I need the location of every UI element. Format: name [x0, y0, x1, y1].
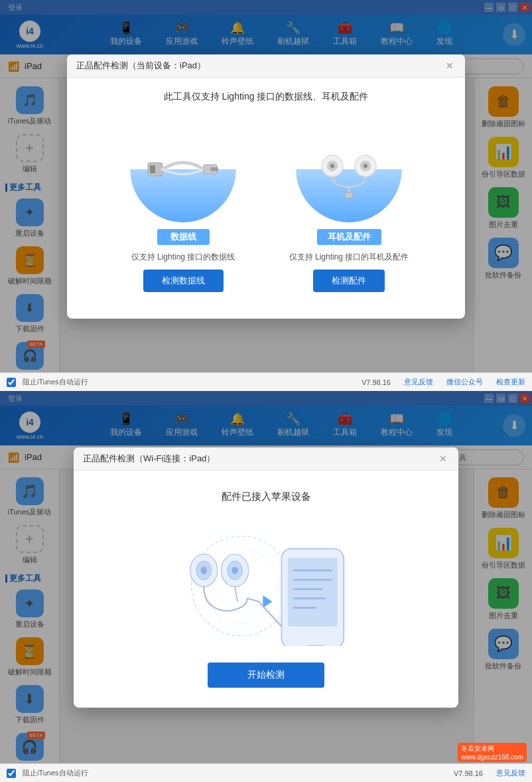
- cable-svg: [147, 143, 220, 196]
- svg-marker-21: [263, 595, 272, 607]
- watermark-url: www.dgxcdz168.com: [461, 753, 523, 761]
- earphone-label: 耳机及配件: [317, 229, 381, 245]
- svg-point-19: [232, 566, 237, 574]
- modal-header-2: 正品配件检测（Wi-Fi连接：iPad） ✕: [74, 447, 458, 471]
- cable-image: [143, 136, 223, 202]
- modal-2: 正品配件检测（Wi-Fi连接：iPad） ✕ 配件已接入苹果设备: [74, 447, 458, 708]
- itunes-block-label: 阻止iTunes自动运行: [23, 377, 88, 387]
- modal2-body: 配件已接入苹果设备: [74, 471, 458, 708]
- earphone-desc: 仅支持 Lighting 接口的耳机及配件: [289, 252, 409, 263]
- cable-circle: [130, 116, 236, 222]
- svg-rect-23: [288, 558, 338, 626]
- modal-card-cable: 数据线 仅支持 Lighting 接口的数据线 检测数据线: [107, 116, 259, 292]
- modal2-illustration: [166, 523, 366, 643]
- modal2-subtitle: 配件已接入苹果设备: [222, 491, 311, 503]
- app-window-1: 登录 — ▭ □ ✕ i4 www.i4.cn 📱 我的设备 🎮 应用游戏: [0, 0, 532, 391]
- feedback-link-2[interactable]: 意见反馈: [496, 768, 525, 778]
- modal-title-1: 正品配件检测（当前设备：iPad）: [76, 60, 206, 72]
- earphone-circle: [296, 116, 402, 222]
- itunes-block-label-2: 阻止iTunes自动运行: [23, 768, 88, 778]
- feedback-link[interactable]: 意见反馈: [404, 377, 433, 387]
- app-window-2: 登录 — ▭ □ ✕ i4 www.i4.cn 📱 我的设备 🎮 应用游戏: [0, 391, 532, 782]
- cable-desc: 仅支持 Lighting 接口的数据线: [131, 252, 235, 263]
- modal-close-1[interactable]: ✕: [444, 60, 456, 72]
- svg-rect-1: [150, 165, 155, 173]
- itunes-block-checkbox[interactable]: [7, 378, 16, 387]
- svg-point-16: [201, 566, 207, 574]
- detect-accessory-button[interactable]: 检测配件: [313, 270, 385, 292]
- version-text-2: V7.98.16: [454, 769, 483, 777]
- start-detect-button[interactable]: 开始检测: [208, 663, 324, 688]
- earphone-image: [309, 136, 389, 202]
- modal-overlay-2: 正品配件检测（Wi-Fi连接：iPad） ✕ 配件已接入苹果设备: [0, 391, 532, 763]
- watermark-name: 冬瓜安卓网: [461, 744, 523, 753]
- status-bar-1: 阻止iTunes自动运行 V7.98.16 意见反馈 微信公众号 检查更新: [0, 372, 532, 391]
- modal-overlay-1: 正品配件检测（当前设备：iPad） ✕ 此工具仅支持 Lighting 接口的数…: [0, 0, 532, 372]
- svg-point-6: [330, 164, 334, 168]
- watermark: 冬瓜安卓网 www.dgxcdz168.com: [458, 743, 527, 762]
- modal-title-2: 正品配件检测（Wi-Fi连接：iPad）: [83, 453, 215, 465]
- update-link[interactable]: 检查更新: [496, 377, 525, 387]
- itunes-block-checkbox-2[interactable]: [7, 769, 16, 778]
- wechat-link[interactable]: 微信公众号: [446, 377, 483, 387]
- detect-cable-button[interactable]: 检测数据线: [143, 270, 224, 292]
- status-bar-2: 阻止iTunes自动运行 V7.98.16 意见反馈: [0, 763, 532, 782]
- svg-rect-29: [306, 645, 325, 645]
- svg-rect-3: [210, 167, 218, 171]
- modal-subtitle-1: 此工具仅支持 Lighting 接口的数据线、耳机及配件: [80, 91, 452, 103]
- version-text: V7.98.16: [362, 378, 391, 386]
- modal2-svg: [166, 520, 366, 646]
- svg-line-20: [247, 598, 259, 601]
- modal-body-1: 此工具仅支持 Lighting 接口的数据线、耳机及配件: [67, 78, 465, 319]
- earphone-svg: [316, 139, 382, 199]
- svg-point-9: [364, 164, 367, 168]
- modal-card-earphone: 耳机及配件 仅支持 Lighting 接口的耳机及配件 检测配件: [273, 116, 425, 292]
- modal-header-1: 正品配件检测（当前设备：iPad） ✕: [67, 54, 465, 78]
- svg-rect-11: [345, 193, 353, 198]
- cable-label: 数据线: [157, 229, 210, 245]
- svg-line-30: [259, 601, 282, 627]
- modal-1: 正品配件检测（当前设备：iPad） ✕ 此工具仅支持 Lighting 接口的数…: [67, 54, 465, 319]
- modal-close-2[interactable]: ✕: [437, 453, 449, 465]
- modal-cards-1: 数据线 仅支持 Lighting 接口的数据线 检测数据线: [80, 116, 452, 292]
